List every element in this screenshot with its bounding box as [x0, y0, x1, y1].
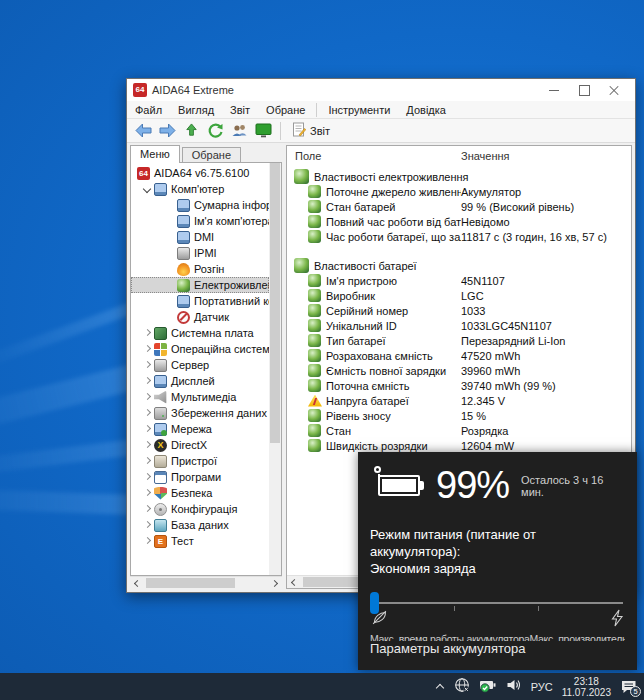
tree-item[interactable]: Збереження даних [131, 405, 269, 421]
property-row[interactable]: Поточна ємність39740 mWh (99 %) [287, 378, 631, 393]
tree-item[interactable]: Електроживлення [131, 277, 269, 293]
chevron-right-icon[interactable] [141, 343, 153, 355]
scroll-track[interactable] [144, 577, 268, 589]
refresh-button[interactable] [203, 121, 227, 141]
back-button[interactable] [131, 121, 155, 141]
property-row[interactable]: Серійний номер1033 [287, 303, 631, 318]
tray-overflow-chevron-icon[interactable] [436, 682, 445, 691]
property-row[interactable]: Час роботи батареї, що залиш...11817 с (… [287, 229, 631, 244]
property-row[interactable]: СтанРозрядка [287, 423, 631, 438]
property-row[interactable]: Ім'я пристрою45N1107 [287, 273, 631, 288]
menu-item-вигляд[interactable]: Вигляд [170, 102, 222, 118]
chevron-right-icon[interactable] [141, 519, 153, 531]
maximize-button[interactable] [569, 80, 599, 100]
column-header-field[interactable]: Поле [295, 150, 461, 162]
minimize-button[interactable] [539, 80, 569, 100]
chevron-right-icon[interactable] [141, 503, 153, 515]
property-row[interactable]: ВиробникLGC [287, 288, 631, 303]
sidebar-vscrollbar-thumb[interactable] [270, 163, 280, 443]
chevron-right-icon[interactable] [141, 375, 153, 387]
property-row[interactable]: Розрахована ємність47520 mWh [287, 348, 631, 363]
tree-item[interactable]: Конфігурація [131, 501, 269, 517]
chevron-right-icon[interactable] [141, 535, 153, 547]
tree-item[interactable]: Тест [131, 533, 269, 549]
tree-item[interactable]: Сумарна інформація [131, 197, 269, 213]
power-item-icon [308, 319, 321, 332]
tree-item[interactable]: IPMI [131, 245, 269, 261]
scroll-left-arrow-icon[interactable] [130, 577, 144, 589]
property-row[interactable]: Повний час роботи від батареїНевідомо [287, 214, 631, 229]
tree-item[interactable]: Датчик [131, 309, 269, 325]
chevron-right-icon[interactable] [141, 455, 153, 467]
slider-thumb[interactable] [370, 592, 379, 614]
tree-item[interactable]: Операційна система [131, 341, 269, 357]
tree-item[interactable]: Портативний комп'ют [131, 293, 269, 309]
property-row[interactable]: Швидкість розрядки12604 mW [287, 438, 631, 453]
tree-item[interactable]: Мережа [131, 421, 269, 437]
close-button[interactable] [599, 80, 629, 100]
warning-icon [308, 395, 322, 407]
tray-battery-icon[interactable] [479, 677, 497, 697]
column-header-value[interactable]: Значення [461, 150, 510, 162]
chevron-right-icon[interactable] [141, 359, 153, 371]
tree-item[interactable]: Дисплей [131, 373, 269, 389]
chevron-right-icon[interactable] [141, 327, 153, 339]
property-row[interactable]: Стан батарей99 % (Високий рівень) [287, 199, 631, 214]
chevron-right-icon[interactable] [141, 471, 153, 483]
tree-item[interactable]: Ім'я комп'ютера [131, 213, 269, 229]
sidebar-tab-обране[interactable]: Обране [182, 147, 241, 163]
tree-item[interactable]: Розгін [131, 261, 269, 277]
volume-speaker-icon[interactable] [506, 677, 522, 697]
menu-item-обране[interactable]: Обране [258, 102, 313, 118]
window-controls [539, 80, 629, 100]
scroll-right-arrow-icon[interactable] [268, 577, 282, 589]
network-globe-icon[interactable] [454, 677, 470, 697]
scroll-left-arrow-icon[interactable] [287, 576, 301, 588]
forward-button[interactable] [155, 121, 179, 141]
chevron-right-icon[interactable] [141, 423, 153, 435]
tree-item[interactable]: База даних [131, 517, 269, 533]
sidebar-hscrollbar[interactable] [130, 576, 282, 589]
tree-item[interactable]: Комп'ютер [131, 181, 269, 197]
field-label: Швидкість розрядки [326, 440, 428, 452]
tree-item[interactable]: Системна плата [131, 325, 269, 341]
tree-item[interactable]: Пристрої [131, 453, 269, 469]
property-row[interactable]: Ємність повної зарядки39960 mWh [287, 363, 631, 378]
scroll-thumb[interactable] [146, 578, 235, 588]
remote-monitor-button[interactable] [251, 121, 275, 141]
language-indicator[interactable]: РУС [531, 681, 553, 693]
menu-item-файл[interactable]: Файл [127, 102, 170, 118]
battery-settings-link[interactable]: Параметры аккумулятора [370, 641, 625, 656]
tree-item[interactable]: Сервер [131, 357, 269, 373]
chevron-down-icon[interactable] [141, 183, 153, 195]
menu-item-звіт[interactable]: Звіт [222, 102, 258, 118]
tree-item[interactable]: Програми [131, 469, 269, 485]
chevron-right-icon[interactable] [141, 487, 153, 499]
up-level-button[interactable] [179, 121, 203, 141]
taskbar-clock[interactable]: 23:18 11.07.2023 [562, 676, 611, 698]
sidebar-tab-меню[interactable]: Меню [130, 145, 180, 163]
power-mode-slider[interactable] [370, 591, 625, 607]
users-button[interactable] [227, 121, 251, 141]
property-row[interactable]: Рівень зносу15 % [287, 408, 631, 423]
menu-item-інструменти[interactable]: Інструменти [320, 102, 398, 118]
chevron-right-icon[interactable] [141, 407, 153, 419]
menu-bar: ФайлВиглядЗвітОбранеІнструментиДовідка [127, 101, 635, 119]
tree-item[interactable]: DirectX [131, 437, 269, 453]
chevron-right-icon[interactable] [141, 439, 153, 451]
tree-item[interactable]: Мультимедіа [131, 389, 269, 405]
slider-track[interactable] [372, 602, 623, 604]
report-button[interactable]: Звіт [286, 120, 336, 141]
field-value: 39740 mWh (99 %) [461, 380, 631, 392]
property-row[interactable]: Тип батареїПерезарядний Li-Ion [287, 333, 631, 348]
tree-item[interactable]: 64AIDA64 v6.75.6100 [131, 165, 269, 181]
menu-item-довідка[interactable]: Довідка [398, 102, 454, 118]
property-row[interactable]: Поточне джерело живленняАкумулятор [287, 184, 631, 199]
tree-item[interactable]: Безпека [131, 485, 269, 501]
chevron-right-icon[interactable] [141, 391, 153, 403]
sidebar-vscrollbar[interactable] [269, 163, 281, 575]
property-row[interactable]: Напруга батареї12.345 V [287, 393, 631, 408]
action-center-icon[interactable]: 5 [620, 679, 638, 695]
tree-item[interactable]: DMI [131, 229, 269, 245]
property-row[interactable]: Унікальний ID1033LGC45N1107 [287, 318, 631, 333]
